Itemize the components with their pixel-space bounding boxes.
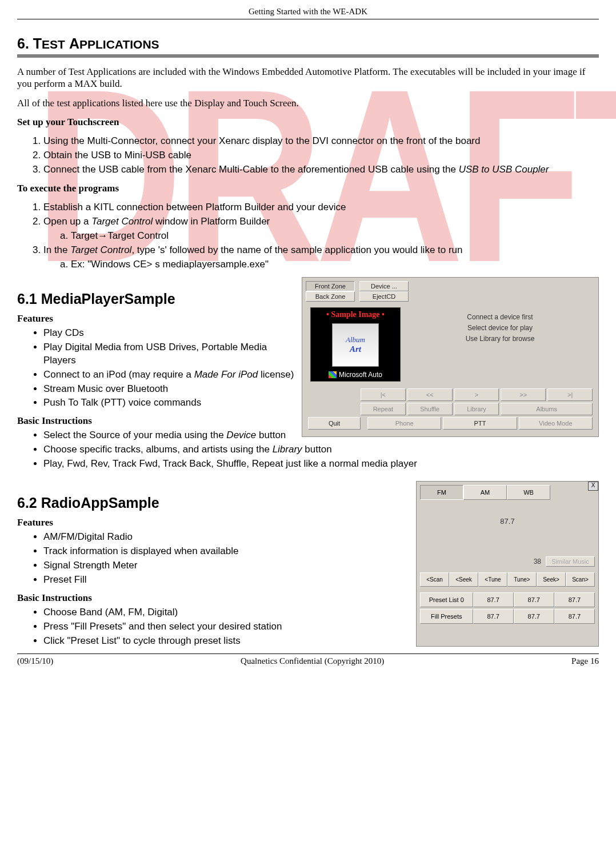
text: In the xyxy=(43,244,70,255)
list-item: Ex: "Windows CE> s mediaplayersample.exe… xyxy=(71,258,599,271)
preset-button[interactable]: 87.7 xyxy=(514,592,554,607)
tab-fm[interactable]: FM xyxy=(420,485,463,500)
list-item: Track information is displayed when avai… xyxy=(43,545,413,558)
features-list-62: AM/FM/Digital Radio Track information is… xyxy=(27,531,413,587)
list-item: Using the Multi-Connector, connect your … xyxy=(43,135,599,148)
italic-text: Library xyxy=(273,444,302,455)
phone-button[interactable]: Phone xyxy=(367,417,441,430)
footer-center: Qualnetics Confidential (Copyright 2010) xyxy=(241,656,384,666)
seek-right-button[interactable]: Seek> xyxy=(537,572,566,587)
basic-list-61-cont: Choose specific tracks, albums, and arti… xyxy=(27,443,599,471)
tune-right-button[interactable]: Tune> xyxy=(507,572,537,587)
preset-button[interactable]: 87.7 xyxy=(514,609,554,624)
intro-paragraph-1: A number of Test Applications are includ… xyxy=(17,66,599,90)
setup-heading: Set up your Touchscreen xyxy=(17,116,599,128)
tune-left-button[interactable]: <Tune xyxy=(478,572,507,587)
list-item: Press "Fill Presets" and then select you… xyxy=(43,620,413,634)
rewind-button[interactable]: << xyxy=(407,388,453,401)
albums-button[interactable]: Albums xyxy=(501,403,593,415)
cd-icon: Album Art xyxy=(332,323,379,367)
album-art-box: • Sample Image • Album Art Microsoft Aut… xyxy=(310,307,401,382)
text: Open up a xyxy=(43,216,91,227)
preset-button[interactable]: 87.7 xyxy=(473,592,514,607)
text: Choose specific tracks, albums, and arti… xyxy=(43,444,273,455)
subsection-heading-62: 6.2 RadioAppSample xyxy=(17,495,413,511)
sample-image-label: • Sample Image • xyxy=(326,310,385,319)
preset-button[interactable]: 87.7 xyxy=(554,609,595,624)
radioapp-screenshot: X FM AM WB 87.7 38 Similar Music <Scan <… xyxy=(416,481,599,647)
fill-presets-button[interactable]: Fill Presets xyxy=(420,609,473,624)
text: window in Platform Builder xyxy=(153,216,270,227)
preset-button[interactable]: 87.7 xyxy=(554,592,595,607)
list-item: Target→Target Control xyxy=(71,230,599,243)
setup-list: Using the Multi-Connector, connect your … xyxy=(27,135,599,177)
text: Use Library for browse xyxy=(410,334,590,344)
text: Connect the USB cable from the Xenarc Mu… xyxy=(43,164,459,175)
windows-flag-icon xyxy=(329,371,337,378)
text: Connect a device first xyxy=(410,312,590,323)
list-item: AM/FM/Digital Radio xyxy=(43,531,413,544)
close-button[interactable]: X xyxy=(588,482,598,491)
list-item: Obtain the USB to Mini-USB cable xyxy=(43,149,599,162)
text: Select the Source of your media using th… xyxy=(43,430,226,440)
exec-heading: To execute the programs xyxy=(17,182,599,194)
text: Art xyxy=(350,344,361,354)
similar-music-button[interactable]: Similar Music xyxy=(546,556,595,567)
scan-right-button[interactable]: Scan> xyxy=(566,572,595,587)
list-item: Play CDs xyxy=(43,327,298,340)
text: Select device for play xyxy=(410,323,590,334)
list-item: Open up a Target Control window in Platf… xyxy=(43,215,599,243)
list-item: Connect the USB cable from the Xenarc Mu… xyxy=(43,163,599,177)
list-item: Push To Talk (PTT) voice commands xyxy=(43,396,298,410)
list-item: Establish a KITL connection between Plat… xyxy=(43,201,599,214)
list-item: Choose specific tracks, albums, and arti… xyxy=(43,443,599,456)
tab-am[interactable]: AM xyxy=(463,485,507,500)
italic-text: Device xyxy=(226,430,256,440)
list-item: Stream Music over Bluetooth xyxy=(43,383,298,396)
track-fwd-button[interactable]: >| xyxy=(547,388,593,401)
text: Connect to an iPod (may require a xyxy=(43,369,194,380)
text: license) xyxy=(258,369,294,380)
text: button xyxy=(302,444,332,455)
eject-cd-button[interactable]: EjectCD xyxy=(359,291,409,302)
section-heading: 6. TEST APPLICATIONS xyxy=(17,35,599,52)
list-item: In the Target Control, type 's' followed… xyxy=(43,244,599,271)
preset-list-button[interactable]: Preset List 0 xyxy=(420,592,473,607)
tab-wb[interactable]: WB xyxy=(507,485,550,500)
section-rule xyxy=(17,54,599,58)
front-zone-button[interactable]: Front Zone xyxy=(306,281,355,291)
scan-left-button[interactable]: <Scan xyxy=(420,572,449,587)
features-heading-61: Features xyxy=(17,313,298,324)
exec-list: Establish a KITL connection between Plat… xyxy=(27,201,599,271)
fast-forward-button[interactable]: >> xyxy=(501,388,546,401)
text: Microsoft Auto xyxy=(339,371,382,379)
track-back-button[interactable]: |< xyxy=(361,388,406,401)
italic-text: Target Control xyxy=(91,216,153,227)
video-mode-button[interactable]: Video Mode xyxy=(519,417,593,430)
microsoft-auto-brand: Microsoft Auto xyxy=(329,371,382,379)
preset-button[interactable]: 87.7 xyxy=(473,609,514,624)
device-button[interactable]: Device ... xyxy=(359,281,409,291)
italic-text: Target Control xyxy=(70,244,131,255)
mediaplayer-screenshot: Front Zone Back Zone Device ... EjectCD … xyxy=(302,277,599,437)
back-zone-button[interactable]: Back Zone xyxy=(306,291,355,302)
text: , type 's' followed by the name of the s… xyxy=(131,244,462,255)
text: button xyxy=(256,430,286,440)
play-button[interactable]: > xyxy=(454,388,499,401)
signal-value: 38 xyxy=(534,558,541,566)
list-item: Connect to an iPod (may require a Made F… xyxy=(43,368,298,382)
basic-heading-62: Basic Instructions xyxy=(17,592,413,604)
list-item: Choose Band (AM, FM, Digital) xyxy=(43,606,413,619)
italic-text: Made For iPod xyxy=(194,369,258,380)
seek-left-button[interactable]: <Seek xyxy=(449,572,478,587)
quit-button[interactable]: Quit xyxy=(308,417,361,430)
list-item: Preset Fill xyxy=(43,574,413,587)
library-button[interactable]: Library xyxy=(454,403,499,415)
features-heading-62: Features xyxy=(17,517,413,528)
italic-text: USB to USB Coupler xyxy=(459,164,549,175)
list-item: Signal Strength Meter xyxy=(43,559,413,572)
repeat-button[interactable]: Repeat xyxy=(361,403,406,415)
shuffle-button[interactable]: Shuffle xyxy=(407,403,453,415)
ptt-button[interactable]: PTT xyxy=(443,417,517,430)
list-item: Select the Source of your media using th… xyxy=(43,429,298,442)
